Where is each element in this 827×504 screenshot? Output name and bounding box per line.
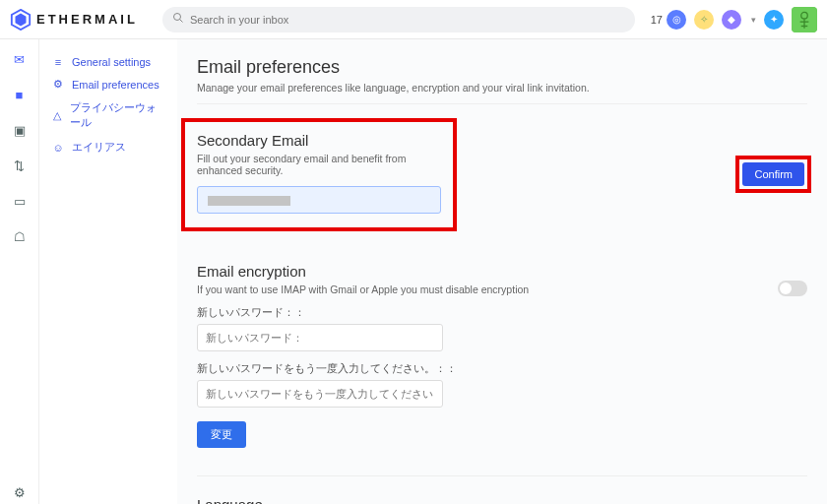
sliders-icon: ≡ — [51, 56, 65, 68]
rail-video-icon[interactable]: ■ — [8, 83, 32, 106]
avatar-icon[interactable] — [792, 7, 817, 32]
section-language: Language Set the language preferences fo… — [197, 496, 807, 504]
nav-label: General settings — [72, 56, 151, 68]
search-input[interactable] — [190, 14, 625, 26]
pw1-input[interactable] — [197, 324, 443, 351]
discord-icon[interactable]: ✦ — [764, 10, 784, 30]
warning-icon: △ — [51, 109, 63, 122]
pw2-input[interactable] — [197, 380, 443, 408]
secondary-email-title: Secondary Email — [197, 132, 441, 149]
stats-icon: ◎ — [667, 10, 686, 30]
divider — [197, 475, 807, 476]
rail-chat-icon[interactable]: ☖ — [8, 224, 32, 248]
person-icon: ☺ — [51, 142, 65, 154]
rail-wallet-icon[interactable]: ▭ — [8, 189, 32, 213]
sparkle-icon[interactable]: ✧ — [694, 10, 714, 30]
eth-icon[interactable]: ◆ — [722, 10, 741, 30]
main-content: Email preferences Manage your email pref… — [177, 39, 827, 504]
rail-mail-icon[interactable]: ✉ — [8, 47, 32, 71]
redacted-placeholder — [208, 196, 290, 206]
nav-email-preferences[interactable]: ⚙ Email preferences — [45, 73, 171, 95]
rail-transfer-icon[interactable]: ⇅ — [8, 154, 32, 177]
pw2-label: 新しいパスワードをもう一度入力してください。：： — [197, 361, 807, 376]
secondary-email-input[interactable] — [197, 186, 441, 214]
language-title: Language — [197, 496, 807, 504]
nav-privacy-wall[interactable]: △ プライバシーウォール — [45, 95, 171, 135]
encryption-toggle[interactable] — [778, 281, 807, 296]
search-bar[interactable] — [162, 7, 635, 32]
page-subtitle: Manage your email preferences like langu… — [197, 82, 807, 104]
section-email-encryption: Email encryption If you want to use IMAP… — [197, 263, 807, 448]
topbar-right: 17 ◎ ✧ ◆ ▾ ✦ — [651, 7, 817, 32]
rail-image-icon[interactable]: ▣ — [8, 118, 32, 142]
encryption-subtitle: If you want to use IMAP with Gmail or Ap… — [197, 284, 807, 295]
section-secondary-email: Secondary Email Fill out your secondary … — [197, 122, 807, 227]
secondary-email-subtitle: Fill out your secondary email and benefi… — [197, 153, 441, 176]
search-icon — [172, 12, 184, 27]
count-value: 17 — [651, 14, 663, 26]
count-badge[interactable]: 17 ◎ — [651, 10, 686, 30]
confirm-highlight: Confirm — [739, 159, 807, 189]
page-title: Email preferences — [197, 57, 807, 78]
brand-name: ETHERMAIL — [36, 12, 138, 27]
pw1-label: 新しいパスワード：： — [197, 305, 807, 320]
nav-alias[interactable]: ☺ エイリアス — [45, 135, 171, 159]
gear-icon: ⚙ — [51, 78, 65, 91]
settings-nav: ≡ General settings ⚙ Email preferences △… — [39, 39, 177, 504]
nav-label: Email preferences — [72, 79, 159, 91]
secondary-email-highlight: Secondary Email Fill out your secondary … — [185, 122, 453, 227]
nav-label: プライバシーウォール — [70, 100, 165, 130]
brand-logo[interactable]: ETHERMAIL — [10, 9, 162, 31]
confirm-button[interactable]: Confirm — [742, 162, 804, 186]
nav-general-settings[interactable]: ≡ General settings — [45, 51, 171, 73]
left-rail: ✉ ■ ▣ ⇅ ▭ ☖ ⚙ — [0, 39, 39, 504]
rail-gear-icon[interactable]: ⚙ — [8, 480, 32, 504]
svg-point-2 — [174, 14, 181, 21]
svg-marker-1 — [16, 13, 27, 26]
change-button[interactable]: 変更 — [197, 421, 246, 448]
nav-label: エイリアス — [72, 140, 126, 155]
logo-hex-icon — [10, 9, 32, 31]
chevron-down-icon[interactable]: ▾ — [751, 15, 756, 25]
encryption-title: Email encryption — [197, 263, 807, 280]
svg-line-3 — [180, 20, 183, 23]
topbar: ETHERMAIL 17 ◎ ✧ ◆ ▾ ✦ — [0, 0, 827, 39]
